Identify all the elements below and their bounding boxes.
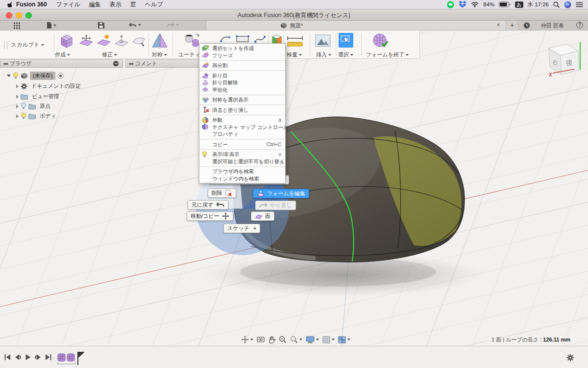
viewport-layout[interactable] — [338, 336, 350, 343]
comments-panel-header[interactable]: ◀◀ コメント — [125, 59, 207, 68]
expand-icon[interactable] — [16, 114, 19, 118]
recent-clock-icon[interactable] — [523, 22, 530, 29]
radio-selected-icon[interactable] — [57, 73, 64, 79]
user-name[interactable]: 仲田 匠希 — [541, 22, 564, 29]
menu-item-toggle-selectable[interactable]: 選択可能と選択不可を切り替え — [199, 158, 285, 165]
timeline-form-feature-2[interactable] — [67, 353, 75, 362]
viewcube[interactable]: 右 後 X — [538, 38, 587, 83]
menu-file[interactable]: ファイル — [56, 0, 80, 9]
workspace-selector[interactable]: スカルプト — [11, 41, 44, 49]
spotlight-search-icon[interactable] — [553, 1, 560, 8]
timeline-step-back-icon[interactable] — [14, 353, 21, 361]
marking-redo-button[interactable]: やり直し — [255, 201, 296, 210]
group-label-finish-form[interactable]: フォームを終了 — [366, 51, 409, 58]
timeline-step-forward-icon[interactable] — [35, 353, 42, 361]
menu-item-copy[interactable]: コピー Ctrl+C — [199, 141, 285, 148]
timeline-play-icon[interactable] — [24, 353, 31, 361]
timeline-form-feature-1[interactable] — [57, 353, 66, 362]
marking-face-button[interactable]: 面 — [251, 211, 274, 221]
menu-edit[interactable]: 編集 — [89, 0, 101, 9]
group-label-insert[interactable]: 挿入 — [316, 51, 331, 58]
marking-delete-button[interactable]: 削除 — [208, 188, 236, 198]
rectangle-sketch-icon[interactable] — [235, 35, 250, 43]
menu-window[interactable]: 窓 — [130, 0, 136, 9]
group-label-modify[interactable]: 修正 — [102, 51, 117, 58]
bulb-off-icon[interactable] — [21, 103, 26, 110]
group-label-create[interactable]: 作成 — [55, 51, 70, 58]
menu-item-appearance[interactable]: 外観 a — [199, 116, 285, 124]
window-titlebar[interactable]: Autodesk Fusion 360(教育機関ライセンス) — [0, 9, 588, 21]
tree-label[interactable]: ビュー管理 — [32, 93, 59, 100]
menu-help[interactable]: ヘルプ — [145, 0, 163, 9]
insert-edge-icon[interactable] — [96, 34, 112, 49]
marking-undo-button[interactable]: 元に戻す — [188, 200, 228, 210]
tree-label[interactable]: ボディ — [40, 112, 56, 120]
marking-sketch-button[interactable]: スケッチ — [223, 224, 260, 233]
browser-panel-header[interactable]: ◀◀ ブラウザ — [0, 59, 123, 68]
help-icon[interactable]: ? — [576, 22, 583, 28]
wifi-icon[interactable] — [471, 1, 479, 7]
tab-close-icon[interactable]: × — [495, 22, 502, 28]
undo-button[interactable] — [129, 22, 141, 28]
group-label-inspect[interactable]: 検査 — [287, 51, 302, 58]
control-center-icon[interactable] — [576, 2, 583, 7]
timeline-go-to-end-icon[interactable] — [45, 353, 52, 361]
menubar-clock[interactable]: 水 17:26 — [528, 1, 549, 8]
menu-item-create-selection-set[interactable]: 選択セットを作成 — [199, 45, 285, 52]
menu-item-show-hide[interactable]: 表示/非表示 v — [199, 151, 285, 158]
tree-row-view-management[interactable]: ビュー管理 — [16, 92, 59, 101]
menu-item-crease[interactable]: 折り目 — [199, 72, 285, 79]
finish-form-icon[interactable] — [371, 32, 389, 50]
collapse-comments-icon[interactable]: ◀◀ — [128, 62, 133, 66]
spline-sketch-icon[interactable] — [254, 34, 267, 44]
menu-item-find-in-browser[interactable]: ブラウザ内を検索 — [199, 168, 285, 175]
siri-icon[interactable] — [564, 1, 571, 8]
tree-row-bodies[interactable]: ボディ — [16, 112, 56, 120]
group-label-select[interactable]: 選択 — [338, 51, 353, 58]
symmetry-icon[interactable] — [151, 33, 169, 49]
tree-row-origin[interactable]: 原点 — [16, 102, 50, 110]
save-icon[interactable] — [98, 22, 104, 28]
bulb-icon[interactable] — [13, 72, 19, 79]
file-menu-button[interactable] — [47, 22, 56, 28]
orbit-tool[interactable] — [241, 336, 253, 343]
menu-view[interactable]: 表示 — [110, 0, 122, 9]
pan-hand-icon[interactable] — [268, 336, 275, 343]
arc-sketch-icon[interactable] — [220, 34, 231, 43]
tree-label[interactable]: ドキュメントの設定 — [31, 82, 81, 90]
marking-edit-form-button[interactable]: フォームを編集 — [253, 189, 309, 198]
document-tab[interactable] — [206, 21, 514, 30]
menu-item-freeze[interactable]: フリーズ — [199, 52, 285, 59]
line-app-icon[interactable] — [447, 1, 454, 8]
bulb-icon[interactable] — [21, 112, 26, 120]
new-tab-button[interactable]: + — [506, 21, 518, 30]
create-form-icon[interactable] — [58, 33, 74, 49]
zoom-window-tool[interactable] — [290, 336, 302, 343]
look-at-icon[interactable] — [257, 336, 265, 343]
pull-face-icon[interactable] — [131, 35, 146, 48]
merge-edge-icon[interactable] — [114, 34, 129, 49]
timeline-go-to-start-icon[interactable] — [4, 353, 11, 361]
display-settings[interactable] — [306, 336, 319, 343]
grid-settings[interactable] — [322, 336, 335, 343]
menu-item-texture-map-control[interactable]: テクスチャ マップ コントロール — [199, 124, 285, 131]
insert-image-icon[interactable] — [315, 33, 331, 48]
collapse-browser-icon[interactable]: ◀◀ — [3, 62, 7, 66]
toolbar-drag-handle[interactable] — [4, 41, 7, 49]
app-grid-icon[interactable] — [14, 23, 20, 29]
timeline-position-marker[interactable] — [76, 351, 85, 366]
dropbox-icon[interactable] — [459, 1, 466, 8]
measure-icon[interactable] — [287, 35, 303, 47]
document-root-label[interactable]: (未保存) — [30, 72, 55, 80]
menu-item-flatten[interactable]: 平坦化 — [199, 86, 285, 94]
menubar-app-name[interactable]: Fusion 360 — [16, 1, 47, 8]
menu-item-uncrease[interactable]: 折り目解除 — [199, 79, 285, 86]
apple-icon[interactable] — [7, 1, 13, 8]
menu-item-display-symmetry[interactable]: 対称を選択表示 — [199, 96, 285, 104]
expand-icon[interactable] — [16, 84, 19, 88]
edit-form-icon[interactable] — [78, 34, 94, 49]
tree-row-root[interactable]: (未保存) — [7, 72, 64, 80]
menu-item-erase-fill[interactable]: 消去と塗り潰し — [199, 106, 285, 114]
menu-item-find-in-window[interactable]: ウィンドウ内を検索 — [199, 175, 285, 183]
menu-item-properties[interactable]: プロパティ — [199, 131, 285, 138]
